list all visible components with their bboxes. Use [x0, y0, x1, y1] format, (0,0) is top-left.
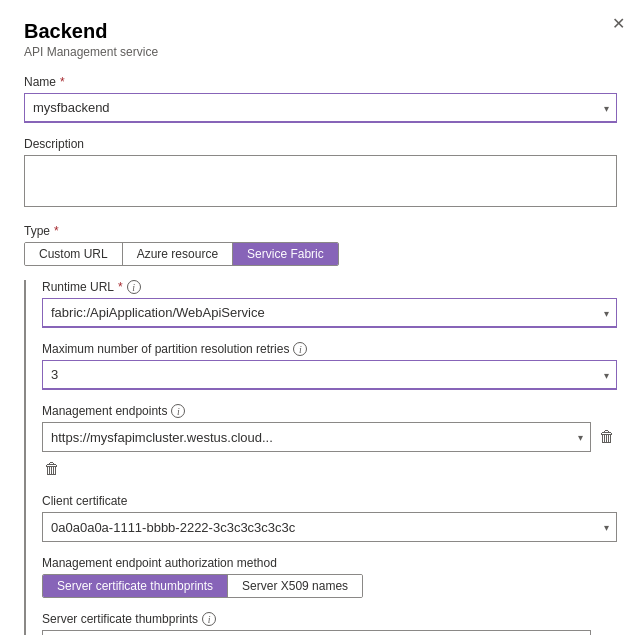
- thumbprint-input[interactable]: [42, 630, 591, 635]
- auth-x509-button[interactable]: Server X509 names: [228, 575, 362, 597]
- type-azure-resource-button[interactable]: Azure resource: [123, 243, 233, 265]
- type-custom-url-button[interactable]: Custom URL: [25, 243, 123, 265]
- add-endpoint-row: 🗑: [42, 458, 617, 480]
- auth-method-label: Management endpoint authorization method: [42, 556, 617, 570]
- description-label: Description: [24, 137, 617, 151]
- client-cert-field-group: Client certificate 0a0a0a0a-1111-bbbb-22…: [42, 494, 617, 542]
- thumbprint-row: ▾ 🗑: [42, 630, 617, 635]
- endpoint-row: ▾ 🗑: [42, 422, 617, 452]
- description-field-group: Description: [24, 137, 617, 210]
- close-button[interactable]: ✕: [612, 16, 625, 32]
- panel-title: Backend: [24, 20, 617, 43]
- name-label: Name *: [24, 75, 617, 89]
- max-partition-label: Maximum number of partition resolution r…: [42, 342, 617, 356]
- add-endpoint-icon[interactable]: 🗑: [42, 458, 62, 480]
- runtime-url-field-group: Runtime URL * i ▾: [42, 280, 617, 328]
- type-service-fabric-button[interactable]: Service Fabric: [233, 243, 338, 265]
- name-field-group: Name * ▾: [24, 75, 617, 123]
- max-partition-info-icon[interactable]: i: [293, 342, 307, 356]
- management-endpoints-info-icon[interactable]: i: [171, 404, 185, 418]
- management-endpoints-label: Management endpoints i: [42, 404, 617, 418]
- max-partition-input-wrapper: ▾: [42, 360, 617, 390]
- endpoint-input-wrapper: ▾: [42, 422, 591, 452]
- backend-panel: ✕ Backend API Management service Name * …: [0, 0, 641, 635]
- type-label: Type *: [24, 224, 617, 238]
- type-field-group: Type * Custom URL Azure resource Service…: [24, 224, 617, 266]
- max-partition-field-group: Maximum number of partition resolution r…: [42, 342, 617, 390]
- server-thumbprints-label: Server certificate thumbprints i: [42, 612, 617, 626]
- server-thumbprints-field-group: Server certificate thumbprints i ▾ 🗑 🗑: [42, 612, 617, 635]
- runtime-url-info-icon[interactable]: i: [127, 280, 141, 294]
- name-input[interactable]: [24, 93, 617, 123]
- max-partition-input[interactable]: [42, 360, 617, 390]
- runtime-url-input-wrapper: ▾: [42, 298, 617, 328]
- runtime-url-input[interactable]: [42, 298, 617, 328]
- service-fabric-section: Runtime URL * i ▾ Maximum number of part…: [24, 280, 617, 635]
- server-thumbprints-info-icon[interactable]: i: [202, 612, 216, 626]
- client-cert-label: Client certificate: [42, 494, 617, 508]
- auth-thumbprints-button[interactable]: Server certificate thumbprints: [43, 575, 228, 597]
- thumbprint-input-wrapper: ▾: [42, 630, 591, 635]
- auth-method-field-group: Management endpoint authorization method…: [42, 556, 617, 598]
- client-cert-select[interactable]: 0a0a0a0a-1111-bbbb-2222-3c3c3c3c3c3c: [42, 512, 617, 542]
- management-endpoints-field-group: Management endpoints i ▾ 🗑 🗑: [42, 404, 617, 480]
- endpoint-delete-icon[interactable]: 🗑: [597, 426, 617, 448]
- description-input[interactable]: [24, 155, 617, 207]
- auth-selector: Server certificate thumbprints Server X5…: [42, 574, 363, 598]
- panel-subtitle: API Management service: [24, 45, 617, 59]
- client-cert-select-wrapper: 0a0a0a0a-1111-bbbb-2222-3c3c3c3c3c3c ▾: [42, 512, 617, 542]
- runtime-url-label: Runtime URL * i: [42, 280, 617, 294]
- endpoint-input[interactable]: [42, 422, 591, 452]
- type-selector: Custom URL Azure resource Service Fabric: [24, 242, 339, 266]
- name-input-wrapper: ▾: [24, 93, 617, 123]
